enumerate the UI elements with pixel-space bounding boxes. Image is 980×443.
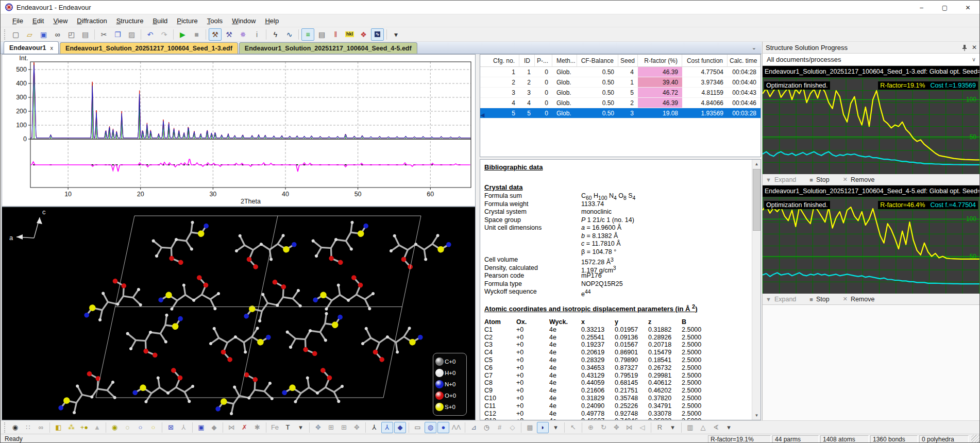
minimize-button[interactable]: – xyxy=(910,1,933,14)
diamond-outline-view-button[interactable]: ◇ xyxy=(506,422,518,433)
grid-view-button[interactable]: # xyxy=(494,422,505,433)
information-button[interactable]: i xyxy=(250,28,263,41)
measure-distance-button[interactable]: ▥ xyxy=(684,422,696,433)
column-header[interactable]: Seed xyxy=(618,55,638,66)
element-label-button[interactable]: Fe xyxy=(269,422,281,433)
new-file-button[interactable]: ▢ xyxy=(9,28,22,41)
cost-function-chart-button[interactable]: ∿ xyxy=(283,28,296,41)
pattern-diagram-button[interactable]: ∿ xyxy=(371,28,384,41)
pan-view-button[interactable]: ⊕ xyxy=(585,422,597,433)
polyhedra-view-button[interactable]: ◆ xyxy=(394,422,406,433)
clock-orientation-button[interactable]: ◷ xyxy=(481,422,493,433)
hkl-list-button[interactable]: hkl xyxy=(343,28,356,41)
document-tab-2[interactable]: Endeavour1_Solution_20251217_100604_Seed… xyxy=(239,42,417,54)
unit-cell-edit-button[interactable]: ▣ xyxy=(195,422,207,433)
column-header[interactable]: Calc. time xyxy=(728,55,761,66)
axes-with-atoms-button[interactable]: ⅄ xyxy=(381,422,393,433)
quick-optimization-button[interactable]: ϟ xyxy=(269,28,282,41)
print-button[interactable]: ▤ xyxy=(79,28,92,41)
render-mode-button[interactable]: ◗ xyxy=(537,422,549,433)
redo-button[interactable]: ↷ xyxy=(158,28,171,41)
expand-button[interactable]: ▼Expand xyxy=(766,296,796,303)
menu-tools[interactable]: Tools xyxy=(202,15,227,26)
ring-filled-button[interactable]: ◉ xyxy=(109,422,121,433)
zoom-view-button[interactable]: ⋈ xyxy=(623,422,635,433)
config-row-2[interactable]: 220Glob.0.50139.403.9734600:04:40 xyxy=(480,77,761,88)
pin-icon[interactable] xyxy=(961,44,968,51)
rotate-cursor-dropdown-button[interactable]: ▾ xyxy=(667,422,679,433)
fill-color-tool-button[interactable]: ◧ xyxy=(53,422,64,433)
menu-build[interactable]: Build xyxy=(148,15,172,26)
wizard-button[interactable]: ✵ xyxy=(236,28,249,41)
open-file-button[interactable]: ▱ xyxy=(23,28,36,41)
measure-angle-button[interactable]: △ xyxy=(697,422,709,433)
solution-options-button[interactable]: ⚒ xyxy=(223,28,235,41)
structure-solution-button[interactable]: ⚒ xyxy=(209,28,222,41)
cell-frame-view-button[interactable]: ▭ xyxy=(412,422,424,433)
scrollbar-thumb[interactable] xyxy=(753,169,761,231)
menu-structure[interactable]: Structure xyxy=(112,15,148,26)
start-calculation-button[interactable]: ▶ xyxy=(176,28,189,41)
data-sheet-button[interactable]: ≡ xyxy=(301,28,314,41)
menu-window[interactable]: Window xyxy=(227,15,260,26)
menu-picture[interactable]: Picture xyxy=(172,15,202,26)
add-ion-button[interactable]: +● xyxy=(78,422,90,433)
column-header[interactable]: CF-Balance xyxy=(577,55,618,66)
tab-list-dropdown-icon[interactable]: ⌄ xyxy=(752,44,756,51)
menu-help[interactable]: Help xyxy=(260,15,283,26)
menu-edit[interactable]: Edit xyxy=(28,15,48,26)
config-row-5[interactable]: ◀550Glob.0.50319.081.9356900:03:28 xyxy=(480,108,761,118)
cut-button[interactable]: ✂ xyxy=(97,28,110,41)
structure-picture-button[interactable]: ❖ xyxy=(357,28,370,41)
atom-group-button[interactable]: ∷ xyxy=(22,422,34,433)
tab-close-icon[interactable]: x xyxy=(50,45,54,51)
molecule-builder-button[interactable]: ⁂ xyxy=(65,422,77,433)
column-header[interactable]: ID xyxy=(519,55,535,66)
previous-view-button[interactable]: ◁ xyxy=(636,422,648,433)
close-button[interactable]: ✕ xyxy=(956,1,979,14)
hexagon-blue-button[interactable]: ○ xyxy=(134,422,146,433)
stop-calculation-button[interactable]: ■ xyxy=(190,28,203,41)
stop-button[interactable]: ■Stop xyxy=(809,176,829,183)
translate-atoms-button[interactable]: ✥ xyxy=(312,422,324,433)
undo-button[interactable]: ↶ xyxy=(144,28,157,41)
config-row-1[interactable]: 110Glob.0.50446.394.7750400:04:28 xyxy=(480,67,761,77)
text-tool-dropdown-button[interactable]: ▾ xyxy=(295,422,307,433)
document-tab-1[interactable]: Endeavour1_Solution_20251217_100604_Seed… xyxy=(60,42,238,54)
render-mode-dropdown-button[interactable]: ▾ xyxy=(550,422,562,433)
stop-button[interactable]: ■Stop xyxy=(809,296,829,303)
delete-structure-button[interactable]: ✗ xyxy=(239,422,250,433)
column-header[interactable]: R-factor (%) xyxy=(638,55,682,66)
resize-grip[interactable] xyxy=(971,435,979,443)
fill-range-button[interactable]: ⊞ xyxy=(338,422,350,433)
add-atoms-button[interactable]: ◉ xyxy=(9,422,21,433)
ring-dotted-button[interactable]: ◌ xyxy=(122,422,133,433)
expand-button[interactable]: ▼Expand xyxy=(766,176,796,183)
scroll-down-icon[interactable]: ▼ xyxy=(752,411,761,420)
main-toolbar-grip[interactable] xyxy=(4,29,7,40)
move-view-button[interactable]: ✥ xyxy=(611,422,622,433)
sphere-hatched-view-button[interactable]: ◍ xyxy=(425,422,436,433)
data-sheet-scrollbar[interactable]: ▲ ▼ xyxy=(752,160,761,420)
perspective-view-button[interactable]: ⊿ xyxy=(468,422,480,433)
text-tool-button[interactable]: T xyxy=(282,422,294,433)
spider-tool-button[interactable]: ✱ xyxy=(251,422,263,433)
axes-view-button[interactable]: ⅄ xyxy=(368,422,380,433)
peak-list-button[interactable]: ‖ xyxy=(329,28,342,41)
remove-button[interactable]: ✕Remove xyxy=(843,296,875,303)
sphere-solid-view-button[interactable]: ● xyxy=(437,422,449,433)
wire-view-button[interactable]: ΛΛ xyxy=(450,422,462,433)
fragment-tree-button[interactable]: ⅄ xyxy=(178,422,190,433)
measure-dropdown-button[interactable]: ▾ xyxy=(723,422,735,433)
dock-close-icon[interactable]: ✕ xyxy=(972,44,977,51)
maximize-button[interactable]: ▢ xyxy=(933,1,956,14)
scroll-up-icon[interactable]: ▲ xyxy=(752,160,761,168)
paste-button[interactable]: ▨ xyxy=(125,28,138,41)
connectivity-net-button[interactable]: ⊠ xyxy=(165,422,177,433)
column-header[interactable]: Cfg. no. xyxy=(480,55,519,66)
document-tab-0[interactable]: Endeavour1x xyxy=(4,41,59,54)
toolbar-options-button[interactable]: ▾ xyxy=(390,28,402,41)
rotate-cursor-button[interactable]: R xyxy=(654,422,666,433)
config-row-3[interactable]: 330Glob.0.50546.724.8115900:04:43 xyxy=(480,88,761,98)
crystal-structure-view[interactable]: ac xyxy=(2,207,475,420)
